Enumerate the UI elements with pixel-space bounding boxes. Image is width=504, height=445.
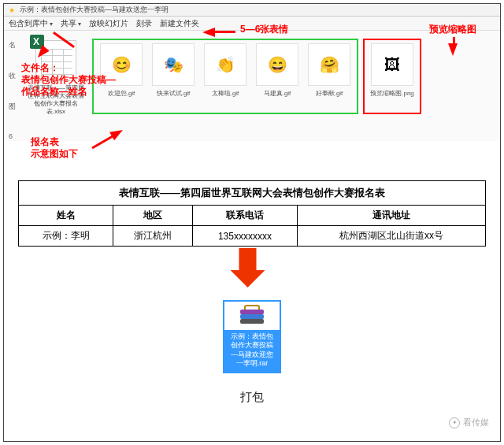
favorite-icon: ★	[9, 6, 15, 14]
thumb-gif-2[interactable]: 🎭快来试试.gif	[149, 43, 198, 109]
signup-table: 表情互联——第四届世界互联网大会表情包创作大赛报名表 姓名 地区 联系电话 通讯…	[18, 180, 486, 247]
rar-archive[interactable]: 示例：表情包创作大赛投稿—马建欢迎您一李明.rar	[223, 300, 281, 373]
wechat-icon: ✦	[449, 417, 460, 428]
ribbon-library[interactable]: 包含到库中	[9, 18, 53, 29]
thumb-gif-3[interactable]: 👏太棒啦.gif	[201, 43, 250, 109]
face-icon: 🎭	[152, 43, 195, 86]
ribbon-slideshow[interactable]: 放映幻灯片	[89, 18, 128, 29]
ribbon-share[interactable]: 共享	[61, 18, 81, 29]
pack-label: 打包	[240, 390, 264, 405]
titlebar: ★ 示例：表情包创作大赛投稿—马建欢送您一李明	[4, 4, 500, 17]
face-icon: 😄	[256, 43, 298, 86]
thumb-gif-4[interactable]: 😄马建真.gif	[253, 43, 302, 109]
side-letters: 名收图6	[9, 39, 20, 140]
face-icon: 🤗	[308, 43, 350, 86]
anno-form: 报名表 示意图如下	[31, 136, 78, 160]
th-name: 姓名	[19, 206, 113, 226]
face-icon: 👏	[204, 43, 246, 86]
thumb-gif-5[interactable]: 🤗好奉献.gif	[305, 43, 354, 109]
anno-preview: 预览缩略图	[429, 23, 476, 36]
table-row: 示例：李明 浙江杭州 135xxxxxxxx 杭州西湖区北山街道xx号	[19, 226, 486, 247]
th-address: 通讯地址	[298, 206, 486, 226]
rar-icon	[236, 305, 268, 330]
arrowhead-icon	[202, 28, 215, 37]
down-arrow-icon	[239, 248, 265, 287]
anno-count: 5—6张表情	[240, 23, 288, 36]
image-icon: 🖼	[371, 43, 413, 86]
table-title: 表情互联——第四届世界互联网大会表情包创作大赛报名表	[18, 180, 486, 205]
arrow-icon	[212, 31, 235, 33]
anno-filename: 文件名： 表情包创作大赛投稿— 作品名称—姓名	[21, 62, 116, 98]
thumb-png-preview[interactable]: 🖼预览缩略图.png	[368, 43, 417, 109]
watermark: ✦ 看传媒	[449, 417, 489, 428]
preview-group: 🖼预览缩略图.png	[363, 39, 421, 114]
arrowhead-icon	[448, 43, 458, 56]
th-region: 地区	[113, 206, 192, 226]
ribbon-newfolder[interactable]: 新建文件夹	[160, 18, 199, 29]
ribbon-burn[interactable]: 刻录	[136, 18, 152, 29]
rar-caption: 示例：表情包创作大赛投稿—马建欢迎您一李明.rar	[228, 332, 276, 369]
path-text: 示例：表情包创作大赛投稿—马建欢送您一李明	[20, 5, 169, 15]
th-phone: 联系电话	[192, 206, 297, 226]
expression-group: 😊欢迎您.gif 🎭快来试试.gif 👏太棒啦.gif 😄马建真.gif 🤗好奉…	[92, 39, 358, 114]
